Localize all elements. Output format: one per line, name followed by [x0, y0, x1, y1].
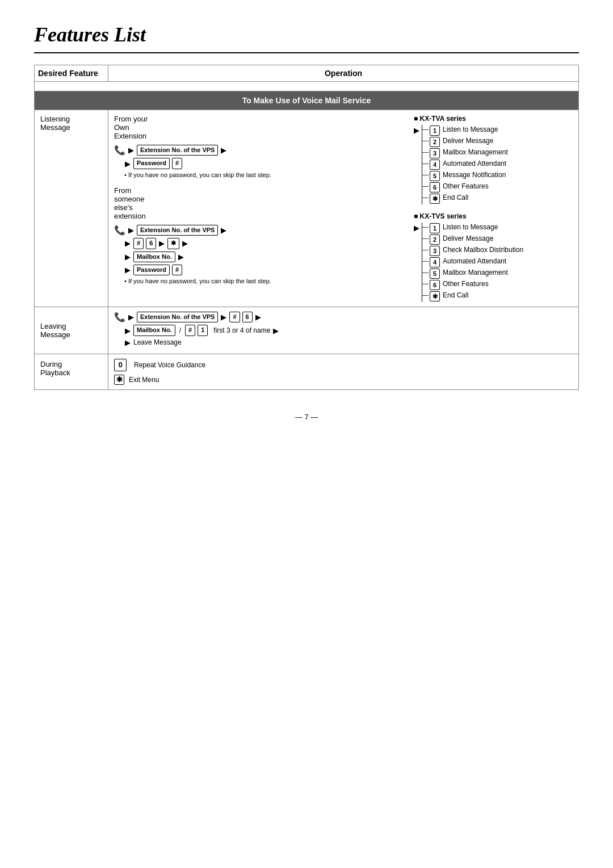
ext-vps-key3: Extension No. of the VPS: [137, 312, 218, 322]
arrow11: ▶: [125, 266, 131, 274]
tva-item-5: 5Message Notification: [422, 170, 508, 182]
kx-tva-block: ■ KX-TVA series ▶ 1Listen to Message 2De…: [414, 115, 573, 204]
phone-icon3: 📞: [114, 312, 125, 322]
arrow5: ▶: [221, 226, 226, 234]
listening-label: ListeningMessage: [40, 115, 70, 132]
tva-item-1: 1Listen to Message: [422, 125, 508, 136]
leaving-step3: ▶ Leave Message: [124, 338, 573, 347]
leave-message-text: Leave Message: [133, 338, 182, 346]
tva-label-5: Message Notification: [443, 171, 506, 179]
leaving-arrow1: ▶: [128, 313, 134, 321]
title-divider: [34, 52, 579, 53]
listening-row: ListeningMessage From yourOwnExtension 📞…: [35, 110, 579, 307]
from-other-section: Fromsomeoneelse'sextension 📞 ▶ Extension…: [114, 186, 397, 285]
during-label-0: Repeat Voice Guidance: [134, 361, 205, 369]
hash-key3: #: [172, 265, 182, 275]
subheader-cell: To Make Use of Voice Mail Service: [35, 91, 579, 110]
six-key2: 6: [242, 312, 253, 322]
kx-tvs-header: ■ KX-TVS series: [414, 212, 573, 220]
col2-header: Operation: [108, 65, 579, 82]
tvs-key-star: ✱: [430, 291, 440, 301]
during-operation: 0 Repeat Voice Guidance ✱ Exit Menu: [108, 354, 579, 389]
during-feature: DuringPlayback: [35, 354, 108, 389]
tva-key-1: 1: [430, 125, 440, 136]
tva-label-2: Deliver Message: [443, 137, 493, 145]
arrow1: ▶: [128, 146, 134, 154]
kx-tva-arrow: ▶: [414, 126, 419, 135]
kx-tvs-list: 1Listen to Message 2Deliver Message 3Che…: [422, 223, 523, 302]
series-menus: ■ KX-TVA series ▶ 1Listen to Message 2De…: [414, 115, 573, 302]
hash-key1: #: [172, 158, 182, 169]
tvs-label-2: Deliver Message: [443, 234, 493, 242]
tvs-key-1: 1: [430, 223, 440, 233]
page-title: Features List: [34, 23, 579, 47]
tvs-key-3: 3: [430, 246, 440, 256]
tvs-label-6: Other Features: [443, 280, 489, 288]
page-number: — 7 —: [34, 413, 579, 421]
kx-tvs-block: ■ KX-TVS series ▶ 1Listen to Message 2De…: [414, 212, 573, 302]
tvs-item-5: 5Mailbox Management: [422, 268, 523, 279]
ext-vps-key2: Extension No. of the VPS: [137, 225, 218, 236]
listening-operation: From yourOwnExtension 📞 ▶ Extension No. …: [108, 110, 579, 307]
leaving-arrow3: ▶: [255, 313, 261, 321]
from-own-note: • If you have no password, you can skip …: [124, 171, 397, 178]
tvs-label-star: End Call: [443, 291, 468, 299]
subheader-row: To Make Use of Voice Mail Service: [35, 91, 579, 110]
tvs-item-6: 6Other Features: [422, 279, 523, 291]
tva-key-4: 4: [430, 160, 440, 170]
tvs-key-6: 6: [430, 280, 440, 290]
ext-vps-key: Extension No. of the VPS: [137, 145, 218, 156]
leaving-step2: ▶ Mailbox No. / # 1 first 3 or 4 of name…: [124, 325, 573, 336]
tva-label-3: Mailbox Management: [443, 148, 508, 156]
arrow2: ▶: [221, 146, 226, 154]
tvs-key-2: 2: [430, 234, 440, 245]
leaving-row: LeavingMessage 📞 ▶ Extension No. of the …: [35, 307, 579, 354]
arrow9: ▶: [125, 253, 131, 261]
tvs-label-5: Mailbox Management: [443, 269, 508, 276]
from-other-step1: 📞 ▶ Extension No. of the VPS ▶: [114, 225, 397, 236]
tva-label-star: End Call: [443, 194, 468, 202]
tva-label-1: Listen to Message: [443, 125, 498, 133]
during-key-star: ✱: [114, 375, 124, 385]
tva-key-6: 6: [430, 182, 440, 192]
six-key: 6: [146, 238, 156, 249]
tva-key-3: 3: [430, 148, 440, 158]
tvs-key-4: 4: [430, 257, 440, 267]
tvs-item-star: ✱End Call: [422, 291, 523, 302]
tva-item-4: 4Automated Attendant: [422, 159, 508, 170]
arrow8: ▶: [182, 239, 188, 248]
listening-feature: ListeningMessage: [35, 110, 108, 307]
leaving-arrow5: ▶: [273, 326, 279, 335]
from-own-label: From yourOwnExtension: [114, 115, 397, 140]
phone-icon2: 📞: [114, 225, 125, 236]
mailbox-key2: Mailbox No.: [133, 325, 175, 336]
from-other-step3: ▶ Mailbox No. ▶: [124, 251, 397, 262]
arrow10: ▶: [178, 253, 184, 261]
from-own-step2: ▶ Password #: [124, 158, 397, 169]
during-label-star: Exit Menu: [129, 376, 159, 384]
password-key: Password: [133, 158, 170, 169]
tva-item-2: 2Deliver Message: [422, 136, 508, 148]
tvs-item-2: 2Deliver Message: [422, 234, 523, 245]
arrow3: ▶: [125, 160, 131, 168]
kx-tva-list: 1Listen to Message 2Deliver Message 3Mai…: [422, 125, 508, 204]
leaving-operation: 📞 ▶ Extension No. of the VPS ▶ # 6 ▶ ▶ M…: [108, 307, 579, 354]
tvs-item-1: 1Listen to Message: [422, 223, 523, 234]
tva-key-5: 5: [430, 171, 440, 181]
tva-item-star: ✱End Call: [422, 193, 508, 204]
arrow6: ▶: [125, 239, 131, 248]
phone-icon: 📞: [114, 145, 125, 156]
tva-label-4: Automated Attendant: [443, 160, 506, 167]
star-key1: ✱: [167, 238, 179, 249]
tva-item-6: 6Other Features: [422, 182, 508, 193]
during-item-star: ✱ Exit Menu: [114, 375, 573, 385]
kx-tva-header: ■ KX-TVA series: [414, 115, 573, 123]
tvs-label-1: Listen to Message: [443, 223, 498, 231]
from-other-note: • If you have no password, you can skip …: [124, 278, 397, 284]
from-own-section: From yourOwnExtension 📞 ▶ Extension No. …: [114, 115, 397, 178]
during-row: DuringPlayback 0 Repeat Voice Guidance ✱…: [35, 354, 579, 389]
tvs-key-5: 5: [430, 269, 440, 279]
during-label: DuringPlayback: [40, 360, 70, 377]
from-other-step2: ▶ # 6 ▶ ✱ ▶: [124, 238, 397, 249]
listening-steps: From yourOwnExtension 📞 ▶ Extension No. …: [114, 115, 397, 292]
